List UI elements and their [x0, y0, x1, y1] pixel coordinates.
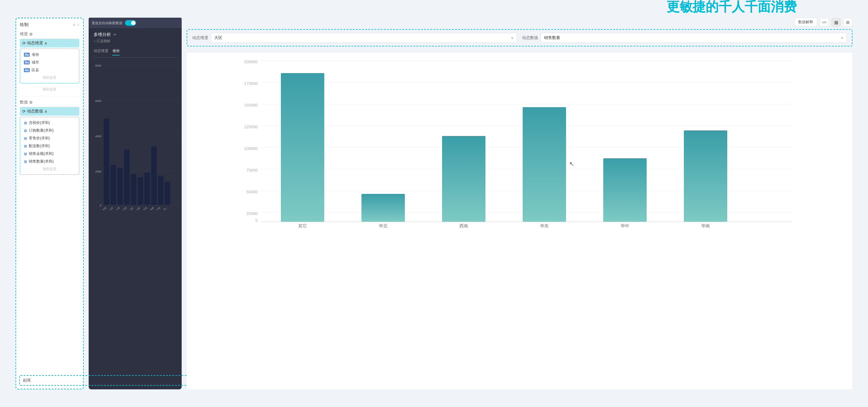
bar-icon-5: ▦ [24, 160, 27, 164]
footer-title: 副尾 [23, 378, 31, 383]
dim-tab-province[interactable]: 省份 [112, 47, 120, 56]
bar-icon-3: ▦ [24, 144, 27, 148]
svg-text:4000: 4000 [95, 135, 101, 138]
val-item-3[interactable]: ▦ 配送数(求和) [22, 142, 77, 150]
svg-text:湖南省: 湖南省 [148, 207, 154, 210]
svg-text:6000: 6000 [95, 99, 101, 103]
svg-text:200000: 200000 [244, 60, 258, 64]
plus-icon[interactable]: + [94, 39, 95, 43]
svg-text:75000: 75000 [246, 168, 258, 172]
dim-select[interactable]: 大区 ∨ [211, 33, 517, 43]
table-icon-btn[interactable]: ⊞ [843, 18, 852, 27]
svg-text:2000: 2000 [95, 170, 101, 173]
auto-refresh-label: 更改后自动刷新数据 [92, 21, 122, 25]
drop-hint-2: 拖到这里 [20, 86, 80, 93]
svg-text:0: 0 [255, 218, 258, 223]
dim-prefix-province: Aa [24, 53, 30, 57]
svg-text:黑龙江省: 黑龙江省 [113, 207, 120, 210]
chevron-up-icon: ∧ [44, 41, 48, 45]
list-icon[interactable]: ≡ [73, 23, 75, 27]
val-item-5[interactable]: ▦ 销售数量(求和) [22, 158, 77, 165]
val-chevron-icon: ∨ [841, 36, 843, 40]
val-item-0[interactable]: ▦ 含税价(求和) [22, 119, 77, 127]
bar-icon-0: ▦ [24, 121, 27, 125]
code-icon-btn[interactable]: </> [819, 18, 829, 27]
svg-text:西南: 西南 [459, 223, 468, 228]
dim-item-district[interactable]: Aa 区县 [22, 66, 77, 74]
svg-text:↖: ↖ [569, 161, 575, 167]
circle-icon[interactable]: ○ [77, 23, 80, 27]
svg-rect-12 [117, 168, 123, 205]
dim-tab-dynamic[interactable]: 动态维度 [94, 47, 108, 56]
bar-chart-icon-btn[interactable]: ▦ [831, 18, 841, 27]
gear-icon-2[interactable]: ⚙ [29, 100, 33, 105]
svg-rect-18 [158, 176, 163, 205]
svg-rect-11 [111, 165, 116, 205]
right-area: 更敏捷的千人千面消费 数据解释 </> ▦ ⊞ 动态维度 大区 ∨ 动态数值 销… [182, 18, 852, 389]
svg-rect-14 [131, 174, 136, 205]
svg-text:125000: 125000 [244, 125, 258, 129]
svg-rect-58 [684, 130, 727, 222]
dynamic-icon-2: ⟳ [22, 109, 26, 114]
val-item-2[interactable]: ▦ 零售价(求和) [22, 134, 77, 142]
chevron-up-icon-2: ∧ [44, 109, 48, 114]
svg-rect-16 [145, 172, 150, 205]
svg-rect-19 [165, 182, 170, 205]
middle-bar-chart: 8000 6000 4000 2000 0 [94, 61, 177, 210]
dim-chevron-icon: ∨ [511, 36, 514, 40]
data-explain-btn[interactable]: 数据解释 [794, 18, 817, 27]
main-container: 绘制 ≡ ○ 维度 ⚙ ⟳ 动态维度 ∧ Aa 省份 Aa 城市 [16, 18, 852, 389]
left-panel-icons: ≡ ○ [73, 23, 80, 27]
svg-rect-48 [281, 73, 324, 222]
bar-icon-1: ▦ [24, 129, 27, 133]
svg-text:150000: 150000 [244, 103, 258, 107]
middle-chart-svg: 8000 6000 4000 2000 0 [94, 61, 177, 210]
svg-text:广东省: 广东省 [121, 207, 127, 210]
dimensions-label: 维度 ⚙ [20, 31, 80, 37]
values-box: ▦ 含税价(求和) ▦ 订购数量(求和) ▦ 零售价(求和) ▦ 配送数(求和)… [20, 117, 80, 175]
dim-control-label: 动态维度 [192, 35, 208, 41]
svg-text:河南省: 河南省 [101, 207, 107, 210]
svg-text:华北: 华北 [379, 223, 388, 228]
left-panel: 绘制 ≡ ○ 维度 ⚙ ⟳ 动态维度 ∧ Aa 省份 Aa 城市 [16, 18, 84, 389]
gear-icon[interactable]: ⚙ [29, 32, 33, 37]
svg-text:100000: 100000 [244, 146, 258, 151]
middle-panel: 更改后自动刷新数据 多维分析 ✏ + 汇总指标 动态维度 省份 8000 600… [89, 18, 182, 389]
main-chart-svg: 200000 175000 150000 125000 100000 75000… [192, 58, 847, 231]
val-item-1[interactable]: ▦ 订购数量(求和) [22, 127, 77, 134]
val-select[interactable]: 销售数量 ∨ [540, 33, 847, 43]
aggregate-row: + 汇总指标 [94, 39, 177, 43]
svg-text:山西...: 山西... [162, 207, 168, 210]
val-control-label: 动态数值 [522, 35, 538, 41]
svg-text:辽宁省: 辽宁省 [155, 207, 161, 210]
dynamic-dim-header[interactable]: ⟳ 动态维度 ∧ [20, 39, 80, 47]
svg-text:江苏省: 江苏省 [142, 207, 148, 210]
svg-rect-10 [104, 118, 110, 205]
edit-icon[interactable]: ✏ [114, 33, 117, 37]
svg-text:8000: 8000 [95, 64, 101, 67]
dynamic-val-header[interactable]: ⟳ 动态数值 ∧ [20, 107, 80, 115]
left-panel-title: 绘制 [20, 22, 29, 28]
dim-prefix-district: Aa [24, 68, 30, 72]
bar-icon-2: ▦ [24, 136, 27, 140]
dim-item-province[interactable]: Aa 省份 [22, 51, 77, 59]
svg-rect-56 [603, 158, 647, 222]
svg-rect-54 [523, 107, 566, 222]
svg-text:华中: 华中 [621, 223, 629, 228]
bar-icon-4: ▦ [24, 152, 27, 156]
annotation-area: 更敏捷的千人千面消费 [666, 0, 852, 14]
svg-text:25000: 25000 [246, 211, 258, 216]
dimensions-box: Aa 省份 Aa 城市 Aa 区县 拖到这里 [20, 48, 80, 83]
values-label: 数值 ⚙ [20, 99, 80, 105]
dynamic-controls-panel: 动态维度 大区 ∨ 动态数值 销售数量 ∨ [187, 29, 852, 46]
aggregate-label: 汇总指标 [97, 39, 111, 43]
val-drop-hint: 拖到这里 [22, 165, 77, 172]
dim-item-city[interactable]: Aa 城市 [22, 59, 77, 66]
svg-text:其它: 其它 [298, 223, 307, 228]
left-panel-header: 绘制 ≡ ○ [20, 22, 80, 28]
val-item-4[interactable]: ▦ 销售金额(求和) [22, 150, 77, 158]
svg-rect-17 [151, 146, 157, 205]
auto-refresh-toggle[interactable] [125, 20, 136, 26]
svg-text:华东: 华东 [540, 223, 549, 228]
dim-prefix-city: Aa [24, 60, 30, 64]
